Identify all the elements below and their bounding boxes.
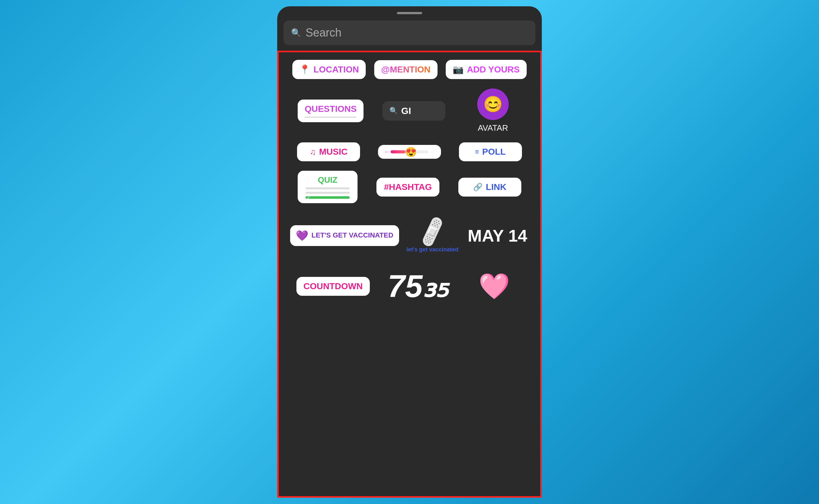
sticker-row-5: 💜 LET'S GET VACCINATED 🩹 let's get vacci… (288, 213, 531, 258)
music-sticker[interactable]: ♫ MUSIC (297, 142, 360, 161)
hashtag-label: #HASHTAG (384, 182, 432, 192)
music-label: MUSIC (319, 147, 347, 157)
avatar-sticker[interactable]: 😊 AVATAR (465, 89, 521, 133)
avatar-icon: 😊 (477, 89, 509, 120)
poll-lines-icon: ≡ (475, 148, 479, 156)
quiz-check-line: ✓ (306, 196, 350, 199)
sticker-panel: 📍 LOCATION @MENTION 📷 ADD YOURS QUESTION… (277, 51, 542, 498)
quiz-line-2 (306, 192, 350, 194)
search-icon: 🔍 (291, 28, 301, 38)
bandaid-sticker[interactable]: 🩹 let's get vaccinated (403, 213, 462, 258)
poll-sticker[interactable]: ≡ POLL (459, 142, 522, 161)
addyours-label: ADD YOURS (467, 65, 520, 75)
phone-container: 🔍 Search 📍 LOCATION @MENTION 📷 ADD YOURS… (277, 6, 542, 498)
slider-left-icon: ─ (385, 149, 388, 154)
link-label: LINK (486, 182, 506, 192)
slider-track: 😍 (391, 150, 428, 153)
hashtag-sticker[interactable]: #HASHTAG (376, 178, 439, 197)
location-sticker[interactable]: 📍 LOCATION (292, 60, 366, 79)
vaccinated-sticker[interactable]: 💜 LET'S GET VACCINATED (290, 225, 399, 246)
emoji-slider-sticker[interactable]: ─ 😍 ─ (378, 145, 441, 159)
poll-label: POLL (482, 147, 506, 157)
vaccinated-label: LET'S GET VACCINATED (312, 231, 393, 239)
music-bars-icon: ♫ (310, 147, 316, 157)
gif-sticker[interactable]: 🔍 GI (382, 101, 445, 121)
slider-fill (391, 150, 406, 153)
addyours-sticker[interactable]: 📷 ADD YOURS (446, 60, 527, 79)
location-pin-icon: 📍 (299, 64, 310, 75)
questions-label: QUESTIONS (305, 104, 357, 114)
slider-right-icon: ─ (431, 149, 434, 154)
number-display: 75₃₅ (386, 268, 449, 305)
gif-label: GI (401, 106, 411, 116)
countdown-label: COUNTDOWN (303, 281, 363, 291)
mention-sticker[interactable]: @MENTION (374, 60, 437, 79)
sticker-row-6: COUNTDOWN 75₃₅ 🩷 (288, 268, 531, 305)
search-placeholder: Search (306, 26, 341, 39)
may14-label: MAY 14 (468, 226, 527, 245)
heart-sticker[interactable]: 🩷 (466, 272, 523, 301)
drag-handle (397, 12, 422, 14)
link-icon: 🔗 (473, 183, 483, 192)
sticker-row-3: ♫ MUSIC ─ 😍 ─ ≡ POLL (288, 142, 531, 161)
quiz-sticker[interactable]: QUIZ ✓ (298, 171, 358, 203)
sticker-row-1: 📍 LOCATION @MENTION 📷 ADD YOURS (288, 60, 531, 79)
avatar-label: AVATAR (478, 123, 508, 133)
questions-sticker[interactable]: QUESTIONS (298, 100, 364, 122)
top-bar: 🔍 Search (277, 6, 542, 51)
may14-sticker[interactable]: MAY 14 (466, 226, 529, 245)
heart-circle-icon: 💜 (296, 230, 308, 242)
number-value: 75₃₅ (387, 268, 448, 304)
sticker-row-2: QUESTIONS 🔍 GI 😊 AVATAR (288, 89, 531, 133)
quiz-label: QUIZ (318, 175, 337, 185)
sticker-row-4: QUIZ ✓ #HASHTAG 🔗 LINK (288, 171, 531, 203)
gif-search-icon: 🔍 (389, 107, 398, 115)
questions-underline (305, 117, 357, 118)
mention-label: @MENTION (381, 65, 430, 75)
countdown-sticker[interactable]: COUNTDOWN (296, 277, 369, 296)
link-sticker[interactable]: 🔗 LINK (458, 178, 521, 197)
bandaid-subtext: let's get vaccinated (406, 246, 458, 253)
search-bar[interactable]: 🔍 Search (283, 20, 535, 45)
quiz-check-icon: ✓ (307, 195, 311, 200)
heart-emoji: 🩷 (478, 272, 510, 300)
bandaid-icon: 🩹 (415, 214, 450, 249)
quiz-line-1 (306, 187, 350, 189)
location-label: LOCATION (313, 65, 359, 75)
camera-icon: 📷 (453, 64, 464, 75)
slider-emoji: 😍 (405, 146, 417, 157)
